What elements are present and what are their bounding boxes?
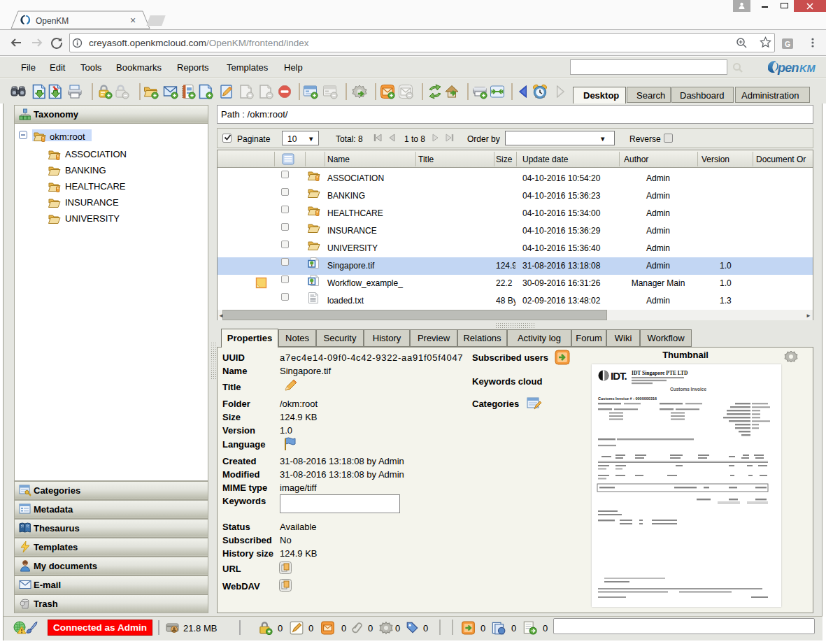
svg-text:Customs Invoice # : 000000031: Customs Invoice # : 0000000316 <box>598 396 657 401</box>
svg-text:KM: KM <box>799 63 816 74</box>
svg-text:IDT Singapore PTE LTD: IDT Singapore PTE LTD <box>632 370 688 376</box>
svg-text:pen: pen <box>777 61 799 75</box>
svg-text:IDT.: IDT. <box>611 370 627 382</box>
svg-text:Customs Invoice: Customs Invoice <box>670 387 706 392</box>
